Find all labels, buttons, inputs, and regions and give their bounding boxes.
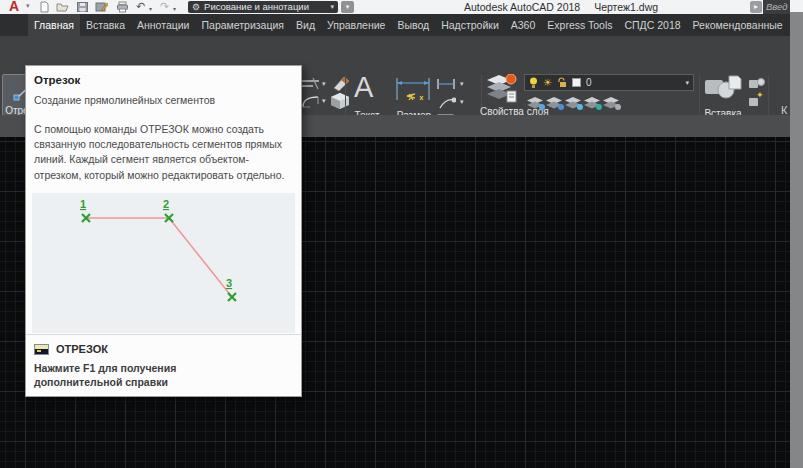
leader-caret-icon[interactable]: ▾ bbox=[460, 98, 464, 106]
layer-properties-icon[interactable] bbox=[487, 74, 517, 104]
trim-caret-icon[interactable]: ▾ bbox=[322, 80, 326, 88]
text-tool-icon[interactable]: А bbox=[354, 72, 373, 102]
star-icon: ✦ bbox=[756, 90, 764, 100]
tooltip-command-name: ОТРЕЗОК bbox=[56, 343, 108, 355]
gear-icon: ⚙ bbox=[192, 1, 200, 13]
help-search-input[interactable]: Введ bbox=[763, 0, 790, 14]
search-expand-icon[interactable]: ▸ bbox=[750, 1, 762, 13]
tab-vyvod[interactable]: Вывод bbox=[391, 14, 435, 36]
document-title: Чертеж1.dwg bbox=[594, 1, 658, 13]
tooltip-help-hint: дополнительной справки bbox=[34, 376, 168, 388]
layer-thaw-sun-icon[interactable]: ☀ bbox=[543, 78, 552, 88]
undo-icon[interactable]: ↶ bbox=[136, 0, 145, 13]
multileader-icon[interactable] bbox=[436, 78, 456, 90]
layer-unlock-icon[interactable] bbox=[557, 77, 567, 88]
app-menu-button[interactable]: A bbox=[2, 0, 26, 14]
tab-parametrizaciya[interactable]: Параметризация bbox=[196, 14, 291, 36]
layer-match-icon[interactable] bbox=[603, 95, 620, 109]
tooltip-divider bbox=[26, 334, 301, 335]
tab-vstavka[interactable]: Вставка bbox=[80, 14, 131, 36]
line-tool-tooltip: Отрезок Создание прямолинейных сегментов… bbox=[25, 65, 302, 397]
new-file-icon[interactable] bbox=[38, 1, 51, 13]
workspace-label: Рисование и аннотации bbox=[204, 1, 309, 13]
point-label-1: 1 bbox=[80, 198, 86, 210]
fillet-caret-icon[interactable]: ▾ bbox=[322, 97, 326, 105]
plot-icon[interactable] bbox=[116, 1, 129, 13]
tab-a360[interactable]: A360 bbox=[505, 14, 542, 36]
tab-annotacii[interactable]: Аннотации bbox=[131, 14, 196, 36]
layer-dropdown[interactable]: ☀ 0 ▾ bbox=[524, 74, 694, 91]
tab-nadstroyki[interactable]: Надстройки bbox=[435, 14, 505, 36]
layer-on-bulb-icon[interactable] bbox=[529, 77, 538, 89]
tab-express-tools[interactable]: Express Tools bbox=[541, 14, 618, 36]
insert-block-icon[interactable] bbox=[704, 74, 742, 106]
window-title: Autodesk AutoCAD 2018Чертеж1.dwg bbox=[464, 0, 658, 14]
layer-dropdown-caret-icon[interactable]: ▾ bbox=[685, 79, 689, 87]
erase-icon[interactable] bbox=[331, 74, 352, 92]
tab-upravlenie[interactable]: Управление bbox=[321, 14, 391, 36]
redo-icon[interactable]: ↷ bbox=[160, 0, 169, 13]
autocad-window: A ▾ ↶ ▾ ↷ ▾ ⚙ Рисование и аннотации ▾ ▾ … bbox=[0, 0, 803, 468]
layer-unisolate-icon[interactable] bbox=[546, 95, 563, 109]
multileader-caret-icon[interactable]: ▾ bbox=[460, 80, 464, 88]
tooltip-diagram: 1 2 3 bbox=[32, 193, 295, 333]
tab-vid[interactable]: Вид bbox=[290, 14, 321, 36]
workspace-switcher[interactable]: ⚙ Рисование и аннотации ▾ bbox=[188, 1, 338, 13]
layer-color-swatch[interactable] bbox=[572, 78, 581, 87]
qat-customize-button[interactable]: ▾ bbox=[341, 1, 354, 13]
title-bar: A ▾ ↶ ▾ ↷ ▾ ⚙ Рисование и аннотации ▾ ▾ … bbox=[0, 0, 803, 14]
layer-isolate-icon[interactable] bbox=[527, 95, 544, 109]
desktop-background-strip bbox=[790, 12, 803, 468]
layer-lock-icon[interactable] bbox=[584, 95, 601, 109]
app-menu-caret-icon[interactable]: ▾ bbox=[26, 2, 30, 10]
edit-block-icon[interactable] bbox=[748, 76, 765, 90]
trim-icon[interactable] bbox=[301, 77, 320, 90]
leader-icon[interactable] bbox=[438, 96, 456, 110]
point-label-3: 3 bbox=[226, 277, 232, 289]
open-file-icon[interactable] bbox=[56, 1, 69, 13]
app-title: Autodesk AutoCAD 2018 bbox=[464, 1, 580, 13]
redo-caret-icon[interactable]: ▾ bbox=[173, 5, 176, 12]
fillet-icon[interactable] bbox=[301, 94, 320, 109]
tooltip-title: Отрезок bbox=[34, 74, 80, 86]
explode-icon[interactable] bbox=[330, 92, 351, 111]
undo-caret-icon[interactable]: ▾ bbox=[149, 5, 152, 12]
tab-spds-2018[interactable]: СПДС 2018 bbox=[618, 14, 686, 36]
save-as-icon[interactable] bbox=[95, 1, 108, 13]
tooltip-help-hint: Нажмите F1 для получения bbox=[34, 362, 176, 374]
tooltip-description: С помощью команды ОТРЕЗОК можно создать … bbox=[34, 122, 296, 183]
tooltip-subtitle: Создание прямолинейных сегментов bbox=[34, 94, 215, 106]
workspace-caret-icon[interactable]: ▾ bbox=[330, 1, 334, 13]
command-window-icon bbox=[34, 344, 49, 355]
create-block-icon[interactable]: ✦ bbox=[748, 94, 761, 112]
tab-rekomendovannye[interactable]: Рекомендованные bbox=[687, 14, 789, 36]
tab-glavnaya[interactable]: Главная bbox=[28, 14, 80, 36]
layer-freeze-icon[interactable] bbox=[565, 95, 582, 109]
ribbon-tab-bar: Главная Вставка Аннотации Параметризация… bbox=[0, 14, 790, 36]
point-label-2: 2 bbox=[163, 198, 169, 210]
point-markers bbox=[82, 214, 236, 301]
dimension-icon[interactable] bbox=[394, 76, 432, 106]
save-icon[interactable] bbox=[76, 1, 89, 13]
current-layer-name: 0 bbox=[586, 77, 592, 88]
